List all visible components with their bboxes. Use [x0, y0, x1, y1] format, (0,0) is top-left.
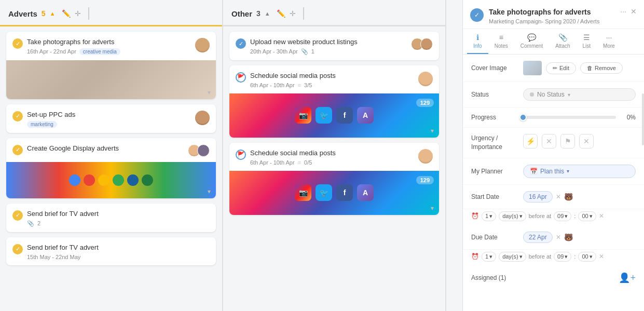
urgency-lightning[interactable]: ⚡ — [523, 134, 538, 148]
urgency-flag[interactable]: ⚑ — [560, 134, 575, 148]
clip-icon-c4: 📎 — [27, 220, 34, 227]
card-body-c1: Take photographs for adverts 16th Apr - … — [27, 38, 191, 55]
urgency-x2[interactable]: ✕ — [579, 134, 594, 148]
social-icons-o2: 📷 🐦 f A — [295, 107, 374, 124]
start-reminder-clear[interactable]: ✕ — [599, 212, 604, 220]
min-value: 00 — [582, 213, 588, 219]
card-social-1[interactable]: 🚩 Schedule social media posts 6th Apr - … — [229, 65, 439, 138]
edit-icon-other[interactable]: ✏️ — [277, 9, 285, 18]
card-check-c4[interactable]: ✓ — [12, 210, 23, 221]
progress-row: 0% — [523, 114, 636, 121]
card-upload-listings[interactable]: ✓ Upload new website product listings 20… — [229, 32, 439, 60]
card-send-brief-2[interactable]: ✓ Send brief for TV advert 15th May - 22… — [6, 237, 216, 265]
column-title-adverts: Adverts — [8, 9, 37, 18]
due-unit-chevron: ▾ — [519, 253, 523, 260]
due-date-badge[interactable]: 22 Apr — [523, 232, 553, 243]
move-icon-adverts[interactable]: ✛ — [75, 9, 81, 18]
due-reminder-min[interactable]: 00 ▾ — [578, 252, 596, 262]
progress-thumb[interactable] — [519, 114, 527, 121]
start-reminder-days[interactable]: 1 ▾ — [482, 211, 496, 221]
tab-notes[interactable]: ≡ Notes — [488, 29, 514, 54]
card-take-photographs[interactable]: ✓ Take photographs for adverts 16th Apr … — [6, 32, 216, 99]
card-chevron-c1: ▾ — [208, 89, 211, 96]
edit-icon-adverts[interactable]: ✏️ — [62, 9, 71, 18]
tab-list[interactable]: ☰ List — [577, 29, 597, 54]
tab-info[interactable]: ℹ Info — [467, 29, 488, 54]
board-area: Adverts 5 ▲ ✏️ ✛ ✓ Take photographs for … — [0, 0, 462, 311]
column-adverts: Adverts 5 ▲ ✏️ ✛ ✓ Take photographs for … — [0, 0, 223, 311]
days-chevron: ▾ — [489, 213, 492, 220]
column-count-adverts: 5 — [42, 9, 46, 18]
status-dot — [530, 92, 534, 97]
card-ppc-ads[interactable]: ✓ Set-up PPC ads marketing — [6, 104, 216, 133]
due-reminder-unit[interactable]: day(s) ▾ — [499, 252, 526, 262]
camera-icon: 📷 — [295, 107, 311, 124]
hour-value: 09 — [557, 213, 564, 219]
card-check-c3[interactable]: ✓ — [12, 145, 23, 155]
card-chevron-o3: ▾ — [431, 205, 434, 212]
avatar-pair-o1 — [411, 38, 433, 50]
header-actions-adverts: ✏️ ✛ — [62, 9, 81, 18]
tab-attach[interactable]: 📎 Attach — [549, 29, 576, 54]
card-check-c5[interactable]: ✓ — [12, 244, 23, 254]
facebook-icon: f — [336, 107, 353, 124]
start-date-bear: 🐻 — [564, 193, 573, 201]
card-google-display[interactable]: ✓ Create Google Display adverts — [6, 138, 216, 198]
card-meta-c4: 📎 2 — [27, 220, 210, 227]
panel-header: ✓ Take photographs for adverts Marketing… — [463, 0, 644, 29]
card-title-o2: Schedule social media posts — [250, 72, 414, 80]
card-check-o2[interactable]: 🚩 — [236, 72, 246, 83]
start-date-row: 16 Apr ✕ 🐻 — [523, 191, 636, 202]
start-reminder-unit[interactable]: day(s) ▾ — [499, 211, 526, 221]
card-check-o1[interactable]: ✓ — [236, 38, 246, 49]
column-header-other: Other 3 ▲ ✏️ ✛ — [223, 0, 445, 26]
add-assignee-button[interactable]: 👤+ — [619, 272, 636, 283]
start-reminder-hour[interactable]: 09 ▾ — [554, 211, 571, 221]
card-send-brief-1[interactable]: ✓ Send brief for TV advert 📎 2 — [6, 204, 216, 232]
close-icon[interactable]: ✕ — [631, 7, 637, 16]
cover-edit-button[interactable]: ✏ Edit — [546, 62, 576, 74]
social-icons-o3: 📷 🐦 f A — [295, 184, 374, 201]
cover-remove-button[interactable]: 🗑 Remove — [580, 62, 623, 74]
due-date-clear[interactable]: ✕ — [556, 234, 561, 241]
due-reminder-row: ⏰ 1 ▾ day(s) ▾ before at 09 ▾ : 00 ▾ ✕ — [463, 250, 644, 266]
min-chevron: ▾ — [590, 213, 593, 220]
due-reminder-days[interactable]: 1 ▾ — [482, 252, 496, 262]
card-social-2[interactable]: 🚩 Schedule social media posts 6th Apr - … — [229, 143, 439, 215]
assigned-label: Assigned (1) — [471, 274, 518, 281]
urgency-x1[interactable]: ✕ — [542, 134, 556, 148]
cover-image-label: Cover Image — [471, 64, 518, 72]
due-time-separator: : — [574, 253, 576, 260]
card-date-c5: 15th May - 22nd May — [27, 254, 80, 260]
due-reminder-clear[interactable]: ✕ — [599, 253, 604, 260]
progress-o2: 3/5 — [304, 82, 312, 88]
cover-image-section: Cover Image ✏ Edit 🗑 Remove — [463, 55, 644, 82]
tab-comment[interactable]: 💬 Comment — [514, 29, 549, 54]
ellipsis-icon[interactable]: ··· — [620, 7, 626, 16]
detail-panel: ✓ Take photographs for adverts Marketing… — [462, 0, 644, 311]
card-body-o3: Schedule social media posts 6th Apr - 10… — [250, 149, 414, 166]
due-reminder-hour[interactable]: 09 ▾ — [554, 252, 571, 262]
plan-this-button[interactable]: 📅 Plan this ▾ — [523, 165, 636, 178]
progress-track[interactable] — [523, 116, 616, 119]
start-reminder-min[interactable]: 00 ▾ — [578, 211, 596, 221]
start-date-clear[interactable]: ✕ — [556, 193, 561, 200]
card-meta-o2: 6th Apr - 10th Apr ≡ 3/5 — [250, 82, 414, 88]
planner-icon: 📅 — [530, 168, 538, 175]
check-icon-c5: ✓ — [16, 246, 20, 252]
planner-value: 📅 Plan this ▾ — [523, 165, 636, 178]
camera-icon-2: 📷 — [295, 184, 311, 201]
card-meta-c2: marketing — [27, 121, 191, 128]
start-date-badge[interactable]: 16 Apr — [523, 191, 553, 202]
due-days-value: 1 — [485, 253, 488, 260]
status-badge[interactable]: No Status ▾ — [523, 88, 636, 101]
comment-icon: 💬 — [527, 33, 536, 42]
move-icon-other[interactable]: ✛ — [290, 9, 296, 18]
appstore-icon-2: A — [357, 184, 374, 201]
card-check-o3[interactable]: 🚩 — [236, 150, 246, 160]
card-check-c2[interactable]: ✓ — [12, 111, 23, 121]
tab-more[interactable]: ··· More — [597, 29, 621, 54]
card-check-c1[interactable]: ✓ — [12, 38, 23, 49]
avatar-pair-c3 — [188, 144, 210, 157]
panel-check-icon[interactable]: ✓ — [470, 8, 484, 22]
